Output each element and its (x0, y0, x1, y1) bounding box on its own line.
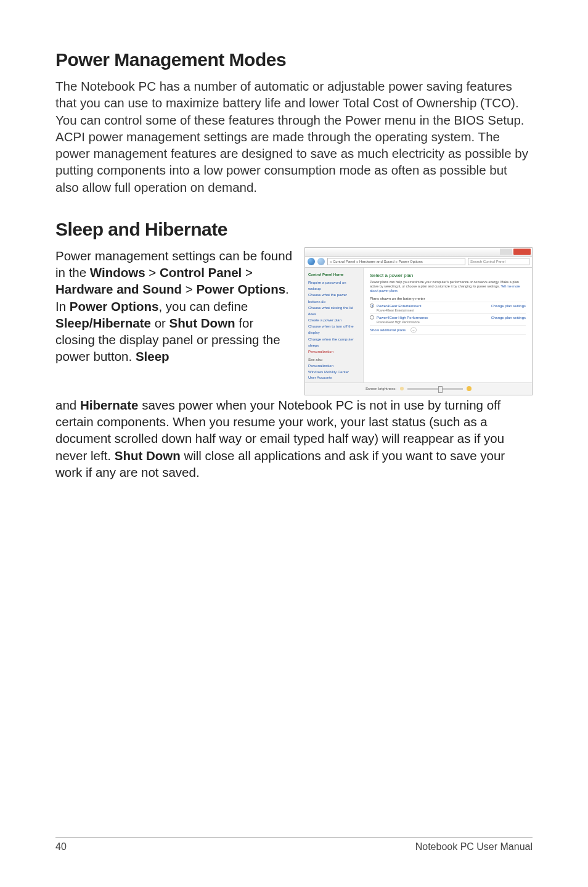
power-options-screenshot: « Control Panel » Hardware and Sound » P… (304, 247, 533, 395)
sun-bright-icon (467, 386, 472, 391)
bold-sleep-hibernate: Sleep/Hibernate (55, 316, 151, 330)
back-icon[interactable] (308, 258, 315, 265)
body-power-management: The Notebook PC has a number of automati… (55, 78, 533, 196)
window-titlebar (305, 248, 532, 257)
plan-name: Power4Gear Entertainment (377, 304, 422, 308)
page-footer: 40 Notebook PC User Manual (55, 837, 533, 852)
sleep-hibernate-continued: and Hibernate saves power when your Note… (55, 397, 533, 481)
text-fragment: > (182, 282, 196, 296)
minimize-icon[interactable] (500, 249, 512, 255)
bold-control-panel: Control Panel (160, 265, 242, 279)
plan-subtitle: Power4Gear High Performance (377, 320, 526, 324)
chevron-down-icon[interactable]: ⌄ (410, 327, 417, 333)
sidebar-link[interactable]: Choose what closing the lid does (308, 305, 360, 317)
status-bar: Screen brightness: (305, 382, 532, 395)
bold-hibernate: Hibernate (80, 398, 139, 412)
text-fragment: or (151, 316, 169, 330)
show-additional-row[interactable]: Show additional plans ⌄ (370, 325, 526, 335)
search-input[interactable]: Search Control Panel (468, 258, 529, 265)
bold-windows: Windows (90, 265, 145, 279)
window-body: Control Panel Home Require a password on… (305, 268, 532, 382)
text-fragment: > (145, 265, 160, 279)
sidebar-link[interactable]: Personalization (308, 363, 361, 369)
sun-dim-icon (400, 387, 404, 390)
heading-sleep-hibernate: Sleep and Hibernate (55, 219, 533, 240)
sidebar-heading: Control Panel Home (308, 271, 360, 278)
plan-name: Power4Gear High Performance (377, 316, 428, 320)
sidebar-link[interactable]: Require a password on wakeup (308, 279, 360, 292)
sidebar-link[interactable]: User Accounts (308, 375, 361, 381)
radio-icon[interactable] (370, 303, 374, 308)
sidebar-see-also: See also Personalization Windows Mobilit… (308, 357, 361, 381)
bold-hardware-sound: Hardware and Sound (55, 282, 182, 296)
text-fragment: > (242, 265, 253, 279)
bold-sleep: Sleep (136, 349, 169, 363)
bold-shut-down-2: Shut Down (115, 448, 181, 463)
sleep-hibernate-intro: Power management settings can be found i… (55, 247, 293, 395)
bold-shut-down: Shut Down (169, 316, 235, 330)
bold-power-options-2: Power Options (70, 299, 159, 313)
show-additional-label: Show additional plans (370, 328, 406, 332)
change-plan-link[interactable]: Change plan settings (491, 304, 526, 308)
breadcrumb[interactable]: « Control Panel » Hardware and Sound » P… (327, 258, 465, 265)
window: « Control Panel » Hardware and Sound » P… (304, 247, 533, 395)
text-fragment: Power plans can help you maximize your c… (370, 280, 519, 288)
main-title: Select a power plan (370, 273, 526, 278)
close-icon[interactable] (513, 249, 531, 255)
forward-icon[interactable] (317, 258, 325, 265)
plan-group-heading: Plans shown on the battery meter (370, 297, 526, 300)
sidebar-link[interactable]: Windows Mobility Center (308, 369, 361, 376)
footer-title: Notebook PC User Manual (415, 841, 533, 852)
sidebar: Control Panel Home Require a password on… (305, 268, 364, 382)
text-fragment: and (55, 398, 80, 412)
see-also-heading: See also (308, 357, 361, 363)
main-description: Power plans can help you maximize your c… (370, 280, 526, 293)
text-fragment: , you can define (158, 299, 248, 313)
radio-icon[interactable] (370, 315, 374, 320)
sidebar-link[interactable]: Choose what the power buttons do (308, 292, 360, 304)
bold-power-options: Power Options (196, 282, 285, 296)
sidebar-link[interactable]: Personalization (308, 349, 360, 355)
section-power-management: Power Management Modes The Notebook PC h… (55, 49, 533, 196)
change-plan-link[interactable]: Change plan settings (491, 316, 526, 320)
sidebar-link[interactable]: Create a power plan (308, 317, 360, 323)
sidebar-link[interactable]: Choose when to turn off the display (308, 323, 360, 336)
address-bar-row: « Control Panel » Hardware and Sound » P… (305, 257, 532, 268)
page-number: 40 (55, 841, 67, 852)
brightness-slider[interactable] (407, 388, 463, 390)
brightness-label: Screen brightness: (365, 387, 396, 390)
main-panel: Select a power plan Power plans can help… (364, 268, 532, 382)
plan-subtitle: Power4Gear Entertainment (377, 308, 526, 312)
section-sleep-hibernate: Power management settings can be found i… (55, 247, 533, 395)
heading-power-management: Power Management Modes (55, 49, 533, 70)
sidebar-link[interactable]: Change when the computer sleeps (308, 336, 360, 349)
